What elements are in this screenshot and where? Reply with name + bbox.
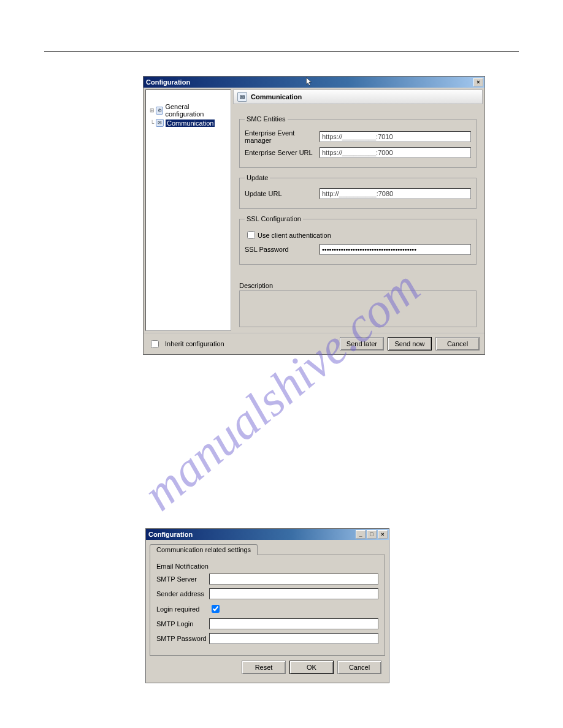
window-title: Configuration <box>148 531 354 538</box>
tab-communication-settings[interactable]: Communication related settings <box>150 544 258 555</box>
update-group: Update Update URL <box>239 174 477 209</box>
smtp-server-label: SMTP Server <box>156 575 209 583</box>
tree-label: Communication <box>166 119 215 127</box>
eem-input[interactable] <box>320 131 471 142</box>
eem-label: Enterprise Event manager <box>245 129 320 144</box>
maximize-button[interactable]: □ <box>367 530 377 539</box>
configuration-small-window: Configuration _ □ × Communication relate… <box>145 528 389 683</box>
ok-button[interactable]: OK <box>289 661 334 674</box>
smtp-login-label: SMTP Login <box>156 620 209 628</box>
esu-label: Enterprise Server URL <box>245 149 320 156</box>
nav-tree: ⊞ ⚙ General configuration └ ✉ Communicat… <box>145 89 231 331</box>
tree-connector-icon: └ <box>148 120 156 126</box>
send-later-button[interactable]: Send later <box>340 337 384 351</box>
smtp-password-input[interactable] <box>209 633 378 644</box>
tree-item-general[interactable]: ⊞ ⚙ General configuration <box>148 102 228 118</box>
window-title: Configuration <box>146 78 305 86</box>
reset-button[interactable]: Reset <box>242 661 286 674</box>
update-url-label: Update URL <box>245 190 320 197</box>
group-legend: Update <box>245 174 270 181</box>
close-button[interactable]: × <box>378 530 388 539</box>
tabstrip: Communication related settings <box>150 544 385 555</box>
login-required-checkbox[interactable] <box>212 605 220 613</box>
tree-item-communication[interactable]: └ ✉ Communication <box>148 118 228 127</box>
sender-address-label: Sender address <box>156 590 209 597</box>
smtp-login-input[interactable] <box>209 618 378 629</box>
description-label: Description <box>239 282 477 289</box>
email-notification-label: Email Notification <box>156 563 378 570</box>
cursor-icon <box>305 77 313 87</box>
smtp-password-label: SMTP Password <box>156 635 209 642</box>
configuration-window: Configuration × ⊞ ⚙ General configuratio… <box>143 76 485 355</box>
titlebar[interactable]: Configuration × <box>144 77 484 88</box>
footer-bar: Reset OK Cancel <box>150 656 385 679</box>
ssl-password-input[interactable] <box>320 244 471 255</box>
communication-icon: ✉ <box>237 92 247 102</box>
close-button[interactable]: × <box>473 78 483 86</box>
send-now-button[interactable]: Send now <box>388 337 432 351</box>
group-legend: SMC Entities <box>245 115 288 123</box>
login-required-label: Login required <box>156 605 209 613</box>
communication-icon: ✉ <box>156 119 164 127</box>
update-url-input[interactable] <box>320 188 471 199</box>
esu-input[interactable] <box>320 147 471 158</box>
ssl-password-label: SSL Password <box>245 246 320 253</box>
tree-connector-icon: ⊞ <box>148 107 156 113</box>
cancel-button[interactable]: Cancel <box>337 661 381 674</box>
inherit-config-checkbox[interactable] <box>151 340 159 348</box>
titlebar[interactable]: Configuration _ □ × <box>146 529 389 540</box>
sender-address-input[interactable] <box>209 588 378 599</box>
ssl-group: SSL Configuration Use client authenticat… <box>239 215 477 265</box>
panel-title: Communication <box>251 93 302 100</box>
smtp-server-input[interactable] <box>209 574 378 585</box>
minimize-button[interactable]: _ <box>356 530 366 539</box>
panel-header: ✉ Communication <box>233 89 483 104</box>
smc-entities-group: SMC Entities Enterprise Event manager En… <box>239 115 477 168</box>
inherit-config-label: Inherit configuration <box>165 340 224 347</box>
tree-label: General configuration <box>165 103 228 118</box>
use-client-auth-checkbox[interactable] <box>247 231 255 239</box>
config-icon: ⚙ <box>156 107 164 115</box>
footer-bar: Inherit configuration Send later Send no… <box>144 333 484 354</box>
tab-panel: Email Notification SMTP Server Sender ad… <box>150 555 385 656</box>
group-legend: SSL Configuration <box>245 215 303 222</box>
description-area <box>239 290 477 327</box>
use-client-auth-label: Use client authentication <box>258 232 331 239</box>
cancel-button[interactable]: Cancel <box>435 337 480 351</box>
